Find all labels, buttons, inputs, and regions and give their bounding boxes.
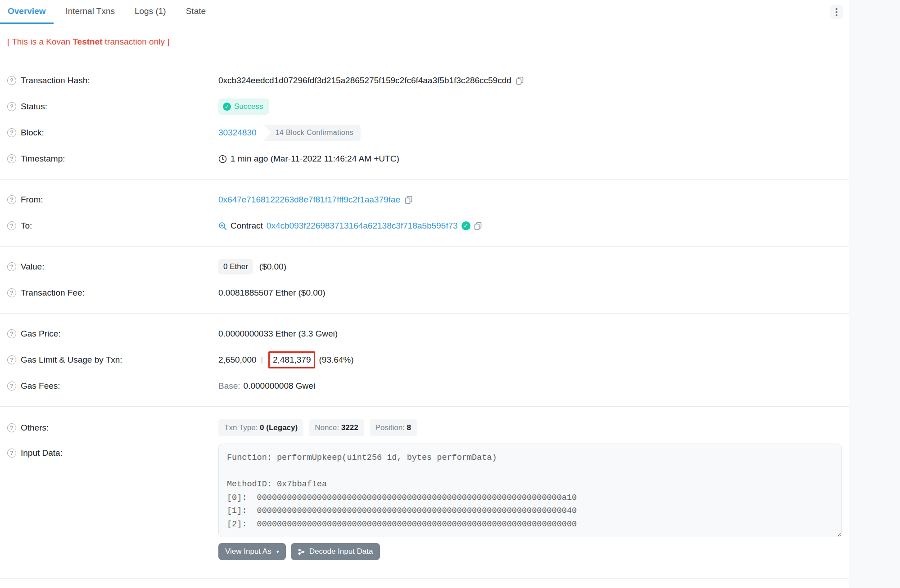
decode-nodes-icon [298, 548, 305, 556]
help-icon[interactable]: ? [7, 154, 16, 163]
timestamp-label: Timestamp: [21, 154, 65, 164]
tab-state-label: State [186, 6, 206, 16]
input-data-textarea[interactable]: Function: performUpkeep(uint256 id, byte… [218, 444, 842, 537]
tab-internal-txns-label: Internal Txns [66, 6, 115, 16]
txn-type-label: Txn Type: [224, 423, 258, 432]
to-label: To: [21, 221, 32, 231]
section-value-fee: ? Value: 0 Ether ($0.00) ? Transaction F… [0, 247, 849, 314]
transaction-hash-value: 0xcb324eedcd1d07296fdf3d215a2865275f159c… [218, 76, 511, 85]
view-input-as-label: View Input As [225, 547, 271, 556]
gas-separator: | [261, 355, 263, 364]
notice-post: transaction only ] [103, 37, 170, 46]
section-overview-top: ? Transaction Hash: 0xcb324eedcd1d07296f… [0, 60, 849, 180]
txn-type-value: 0 (Legacy) [260, 423, 298, 432]
timestamp-value: 1 min ago (Mar-11-2022 11:46:24 AM +UTC) [231, 154, 399, 164]
to-address-link[interactable]: 0x4cb093f226983713164a62138c3f718a5b595f… [267, 221, 458, 231]
value-label: Value: [21, 262, 44, 272]
to-type: Contract [231, 221, 263, 231]
from-address-link[interactable]: 0x647e7168122263d8e7f81f17fff9c2f1aa379f… [218, 195, 400, 205]
status-label: Status: [21, 102, 47, 112]
input-data-actions: View Input As ▾ Decode Input Data [218, 543, 842, 560]
usd-value: ($0.00) [259, 262, 286, 272]
help-icon[interactable]: ? [7, 128, 16, 137]
help-icon[interactable]: ? [7, 262, 16, 271]
help-icon[interactable]: ? [7, 76, 16, 85]
help-icon[interactable]: ? [7, 221, 16, 230]
help-icon[interactable]: ? [7, 329, 16, 338]
transaction-detail-card: Overview Internal Txns Logs (1) State [ … [0, 0, 849, 588]
check-circle-icon: ✓ [223, 103, 231, 111]
position-badge: Position: 8 [370, 419, 417, 436]
nonce-badge: Nonce: 3222 [309, 419, 364, 436]
help-icon[interactable]: ? [7, 195, 16, 204]
help-icon[interactable]: ? [7, 102, 16, 111]
section-addresses: ? From: 0x647e7168122263d8e7f81f17fff9c2… [0, 180, 849, 247]
copy-to-address-button[interactable] [474, 222, 482, 230]
transaction-fee-value: 0.0081885507 Ether ($0.00) [218, 288, 326, 298]
tab-overview-label: Overview [8, 6, 46, 16]
status-badge: ✓ Success [218, 99, 269, 115]
row-timestamp: ? Timestamp: 1 min ago (Mar-11-2022 11:4… [7, 146, 842, 172]
view-input-as-button[interactable]: View Input As ▾ [218, 543, 286, 560]
gas-fees-base-label: Base: [218, 381, 240, 391]
others-label: Others: [21, 423, 49, 433]
more-options-button[interactable] [830, 5, 843, 19]
block-number-link[interactable]: 30324830 [218, 128, 257, 138]
input-data-label: Input Data: [21, 448, 63, 458]
decode-input-data-button[interactable]: Decode Input Data [291, 543, 380, 560]
kebab-icon [836, 8, 837, 16]
help-icon[interactable]: ? [7, 382, 16, 391]
testnet-notice: [ This is a Kovan Testnet transaction on… [0, 24, 849, 60]
copy-icon [516, 76, 524, 85]
tab-overview[interactable]: Overview [0, 0, 54, 24]
notice-bold: Testnet [72, 37, 102, 46]
help-icon[interactable]: ? [7, 449, 16, 458]
row-gas-limit-usage: ? Gas Limit & Usage by Txn: 2,650,000 | … [7, 347, 842, 373]
chevron-down-icon: ▾ [276, 548, 279, 555]
section-gas: ? Gas Price: 0.0000000033 Ether (3.3 Gwe… [0, 314, 849, 407]
gas-limit-label: Gas Limit & Usage by Txn: [21, 355, 122, 365]
nonce-value: 3222 [341, 423, 358, 432]
transaction-fee-label: Transaction Fee: [21, 288, 85, 298]
notice-pre: [ This is a Kovan [7, 37, 72, 46]
tab-bar: Overview Internal Txns Logs (1) State [0, 0, 849, 24]
help-icon[interactable]: ? [7, 355, 16, 364]
gas-used-percent: (93.64%) [319, 355, 353, 365]
help-icon[interactable]: ? [7, 423, 16, 432]
verified-contract-icon: ✓ [461, 221, 470, 230]
row-gas-fees: ? Gas Fees: Base: 0.000000008 Gwei [7, 373, 842, 399]
gas-price-label: Gas Price: [21, 329, 61, 339]
tab-logs[interactable]: Logs (1) [127, 0, 174, 24]
txn-type-badge: Txn Type: 0 (Legacy) [218, 419, 303, 436]
magnifier-plus-icon[interactable] [218, 222, 227, 230]
row-transaction-fee: ? Transaction Fee: 0.0081885507 Ether ($… [7, 280, 842, 306]
from-label: From: [21, 195, 43, 205]
gas-fees-base-value: 0.000000008 Gwei [244, 381, 316, 391]
copy-from-address-button[interactable] [405, 196, 412, 204]
row-value: ? Value: 0 Ether ($0.00) [7, 254, 842, 280]
position-label: Position: [375, 423, 405, 432]
block-label: Block: [21, 128, 44, 138]
gas-used-value: 2,481,379 [273, 355, 311, 364]
copy-icon [474, 222, 482, 230]
tab-state[interactable]: State [178, 0, 213, 24]
row-transaction-hash: ? Transaction Hash: 0xcb324eedcd1d07296f… [7, 67, 842, 94]
row-status: ? Status: ✓ Success [7, 94, 842, 120]
clock-icon [218, 155, 227, 163]
row-others: ? Others: Txn Type: 0 (Legacy) Nonce: 32… [7, 414, 842, 442]
section-others-input: ? Others: Txn Type: 0 (Legacy) Nonce: 32… [0, 407, 849, 579]
block-confirmations-badge: 14 Block Confirmations [264, 125, 361, 141]
tab-internal-txns[interactable]: Internal Txns [58, 0, 122, 24]
ether-value-badge: 0 Ether [218, 259, 253, 274]
gas-price-value: 0.0000000033 Ether (3.3 Gwei) [218, 329, 338, 339]
status-value: Success [234, 102, 263, 111]
copy-hash-button[interactable] [516, 76, 524, 85]
gas-fees-label: Gas Fees: [21, 381, 60, 391]
row-to: ? To: Contract 0x4cb093f226983713164a621… [7, 213, 842, 239]
row-block: ? Block: 30324830 14 Block Confirmations [7, 120, 842, 146]
help-icon[interactable]: ? [7, 288, 16, 297]
transaction-hash-label: Transaction Hash: [21, 76, 90, 85]
gas-used-annotation-box: 2,481,379 [268, 351, 316, 368]
decode-input-data-label: Decode Input Data [309, 547, 373, 556]
nonce-label: Nonce: [315, 423, 339, 432]
